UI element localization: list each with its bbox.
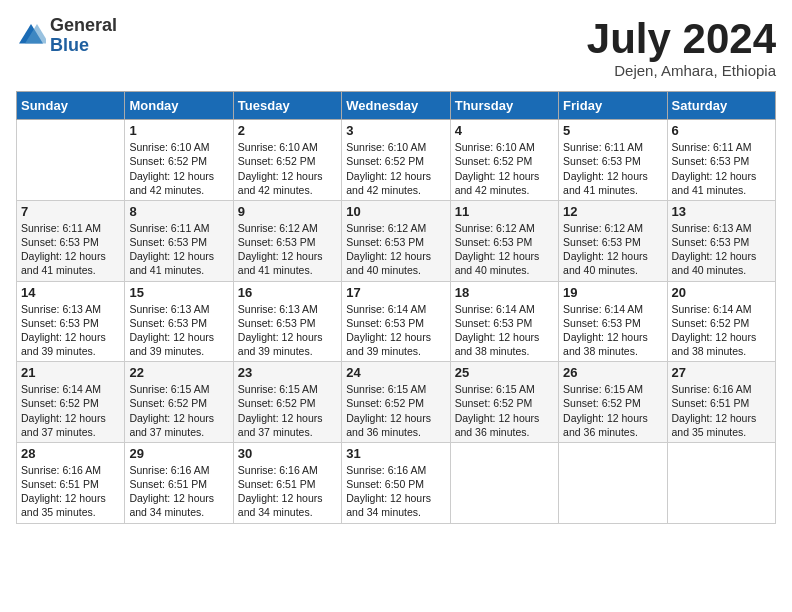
day-info: Sunrise: 6:15 AMSunset: 6:52 PMDaylight:… <box>238 382 337 439</box>
calendar-cell: 1Sunrise: 6:10 AMSunset: 6:52 PMDaylight… <box>125 120 233 201</box>
calendar-cell: 14Sunrise: 6:13 AMSunset: 6:53 PMDayligh… <box>17 281 125 362</box>
day-number: 11 <box>455 204 554 219</box>
day-number: 21 <box>21 365 120 380</box>
day-info: Sunrise: 6:16 AMSunset: 6:51 PMDaylight:… <box>672 382 771 439</box>
day-number: 18 <box>455 285 554 300</box>
calendar-week-row: 28Sunrise: 6:16 AMSunset: 6:51 PMDayligh… <box>17 442 776 523</box>
day-number: 31 <box>346 446 445 461</box>
calendar-cell <box>559 442 667 523</box>
logo-icon <box>16 21 46 51</box>
day-number: 12 <box>563 204 662 219</box>
day-info: Sunrise: 6:16 AMSunset: 6:50 PMDaylight:… <box>346 463 445 520</box>
day-info: Sunrise: 6:12 AMSunset: 6:53 PMDaylight:… <box>455 221 554 278</box>
day-header-saturday: Saturday <box>667 92 775 120</box>
day-number: 27 <box>672 365 771 380</box>
day-number: 28 <box>21 446 120 461</box>
calendar-header-row: SundayMondayTuesdayWednesdayThursdayFrid… <box>17 92 776 120</box>
calendar-cell: 30Sunrise: 6:16 AMSunset: 6:51 PMDayligh… <box>233 442 341 523</box>
calendar-week-row: 21Sunrise: 6:14 AMSunset: 6:52 PMDayligh… <box>17 362 776 443</box>
calendar-cell: 24Sunrise: 6:15 AMSunset: 6:52 PMDayligh… <box>342 362 450 443</box>
day-number: 4 <box>455 123 554 138</box>
day-info: Sunrise: 6:13 AMSunset: 6:53 PMDaylight:… <box>238 302 337 359</box>
day-info: Sunrise: 6:14 AMSunset: 6:52 PMDaylight:… <box>21 382 120 439</box>
day-number: 1 <box>129 123 228 138</box>
day-number: 5 <box>563 123 662 138</box>
day-number: 22 <box>129 365 228 380</box>
calendar-cell: 3Sunrise: 6:10 AMSunset: 6:52 PMDaylight… <box>342 120 450 201</box>
location: Dejen, Amhara, Ethiopia <box>587 62 776 79</box>
calendar-cell: 18Sunrise: 6:14 AMSunset: 6:53 PMDayligh… <box>450 281 558 362</box>
day-info: Sunrise: 6:11 AMSunset: 6:53 PMDaylight:… <box>672 140 771 197</box>
calendar-cell: 17Sunrise: 6:14 AMSunset: 6:53 PMDayligh… <box>342 281 450 362</box>
calendar-cell: 26Sunrise: 6:15 AMSunset: 6:52 PMDayligh… <box>559 362 667 443</box>
calendar-cell: 8Sunrise: 6:11 AMSunset: 6:53 PMDaylight… <box>125 200 233 281</box>
day-header-tuesday: Tuesday <box>233 92 341 120</box>
day-info: Sunrise: 6:15 AMSunset: 6:52 PMDaylight:… <box>455 382 554 439</box>
calendar-cell: 25Sunrise: 6:15 AMSunset: 6:52 PMDayligh… <box>450 362 558 443</box>
day-number: 2 <box>238 123 337 138</box>
day-info: Sunrise: 6:13 AMSunset: 6:53 PMDaylight:… <box>672 221 771 278</box>
day-info: Sunrise: 6:11 AMSunset: 6:53 PMDaylight:… <box>129 221 228 278</box>
day-info: Sunrise: 6:12 AMSunset: 6:53 PMDaylight:… <box>346 221 445 278</box>
day-number: 3 <box>346 123 445 138</box>
calendar-cell: 5Sunrise: 6:11 AMSunset: 6:53 PMDaylight… <box>559 120 667 201</box>
calendar-cell: 9Sunrise: 6:12 AMSunset: 6:53 PMDaylight… <box>233 200 341 281</box>
day-number: 6 <box>672 123 771 138</box>
calendar-cell: 31Sunrise: 6:16 AMSunset: 6:50 PMDayligh… <box>342 442 450 523</box>
calendar-table: SundayMondayTuesdayWednesdayThursdayFrid… <box>16 91 776 523</box>
calendar-cell: 2Sunrise: 6:10 AMSunset: 6:52 PMDaylight… <box>233 120 341 201</box>
calendar-cell: 11Sunrise: 6:12 AMSunset: 6:53 PMDayligh… <box>450 200 558 281</box>
day-number: 10 <box>346 204 445 219</box>
day-number: 25 <box>455 365 554 380</box>
page-header: General Blue July 2024 Dejen, Amhara, Et… <box>16 16 776 79</box>
calendar-cell <box>667 442 775 523</box>
day-number: 20 <box>672 285 771 300</box>
calendar-cell: 12Sunrise: 6:12 AMSunset: 6:53 PMDayligh… <box>559 200 667 281</box>
calendar-cell: 6Sunrise: 6:11 AMSunset: 6:53 PMDaylight… <box>667 120 775 201</box>
calendar-cell: 4Sunrise: 6:10 AMSunset: 6:52 PMDaylight… <box>450 120 558 201</box>
day-header-wednesday: Wednesday <box>342 92 450 120</box>
calendar-cell: 28Sunrise: 6:16 AMSunset: 6:51 PMDayligh… <box>17 442 125 523</box>
day-number: 9 <box>238 204 337 219</box>
calendar-week-row: 7Sunrise: 6:11 AMSunset: 6:53 PMDaylight… <box>17 200 776 281</box>
day-number: 16 <box>238 285 337 300</box>
day-header-friday: Friday <box>559 92 667 120</box>
day-info: Sunrise: 6:14 AMSunset: 6:52 PMDaylight:… <box>672 302 771 359</box>
day-header-sunday: Sunday <box>17 92 125 120</box>
day-info: Sunrise: 6:11 AMSunset: 6:53 PMDaylight:… <box>563 140 662 197</box>
day-number: 30 <box>238 446 337 461</box>
calendar-cell: 16Sunrise: 6:13 AMSunset: 6:53 PMDayligh… <box>233 281 341 362</box>
day-number: 19 <box>563 285 662 300</box>
logo-general-text: General <box>50 16 117 36</box>
calendar-cell: 20Sunrise: 6:14 AMSunset: 6:52 PMDayligh… <box>667 281 775 362</box>
calendar-cell: 15Sunrise: 6:13 AMSunset: 6:53 PMDayligh… <box>125 281 233 362</box>
day-number: 29 <box>129 446 228 461</box>
day-info: Sunrise: 6:12 AMSunset: 6:53 PMDaylight:… <box>563 221 662 278</box>
calendar-cell: 23Sunrise: 6:15 AMSunset: 6:52 PMDayligh… <box>233 362 341 443</box>
calendar-cell: 7Sunrise: 6:11 AMSunset: 6:53 PMDaylight… <box>17 200 125 281</box>
day-info: Sunrise: 6:15 AMSunset: 6:52 PMDaylight:… <box>346 382 445 439</box>
calendar-cell: 19Sunrise: 6:14 AMSunset: 6:53 PMDayligh… <box>559 281 667 362</box>
calendar-cell <box>17 120 125 201</box>
logo: General Blue <box>16 16 117 56</box>
calendar-cell: 10Sunrise: 6:12 AMSunset: 6:53 PMDayligh… <box>342 200 450 281</box>
calendar-week-row: 1Sunrise: 6:10 AMSunset: 6:52 PMDaylight… <box>17 120 776 201</box>
calendar-week-row: 14Sunrise: 6:13 AMSunset: 6:53 PMDayligh… <box>17 281 776 362</box>
calendar-cell <box>450 442 558 523</box>
day-info: Sunrise: 6:10 AMSunset: 6:52 PMDaylight:… <box>455 140 554 197</box>
day-header-thursday: Thursday <box>450 92 558 120</box>
day-number: 23 <box>238 365 337 380</box>
day-info: Sunrise: 6:15 AMSunset: 6:52 PMDaylight:… <box>563 382 662 439</box>
calendar-cell: 27Sunrise: 6:16 AMSunset: 6:51 PMDayligh… <box>667 362 775 443</box>
day-number: 15 <box>129 285 228 300</box>
logo-blue-text: Blue <box>50 36 117 56</box>
day-info: Sunrise: 6:10 AMSunset: 6:52 PMDaylight:… <box>129 140 228 197</box>
day-number: 17 <box>346 285 445 300</box>
day-info: Sunrise: 6:16 AMSunset: 6:51 PMDaylight:… <box>129 463 228 520</box>
day-info: Sunrise: 6:11 AMSunset: 6:53 PMDaylight:… <box>21 221 120 278</box>
day-number: 7 <box>21 204 120 219</box>
day-info: Sunrise: 6:10 AMSunset: 6:52 PMDaylight:… <box>346 140 445 197</box>
day-header-monday: Monday <box>125 92 233 120</box>
day-number: 8 <box>129 204 228 219</box>
day-info: Sunrise: 6:16 AMSunset: 6:51 PMDaylight:… <box>238 463 337 520</box>
